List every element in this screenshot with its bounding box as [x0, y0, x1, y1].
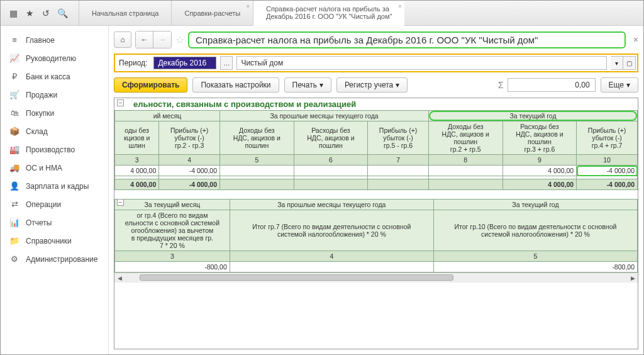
back-button[interactable]: ←: [136, 31, 153, 48]
sidebar-item-label: Отчеты: [26, 218, 52, 227]
cart-icon: 🛒: [9, 90, 19, 99]
section-title: ельности, связанным с производством и ре…: [114, 98, 638, 110]
apps-icon[interactable]: ▦: [8, 8, 18, 18]
tab-label: Справки-расчеты: [184, 9, 240, 17]
search-icon[interactable]: 🔍: [57, 8, 67, 18]
cell: [368, 166, 429, 176]
sidebar: ≡Главное 📈Руководителю ₽Банк и касса 🛒Пр…: [1, 26, 109, 354]
period-input[interactable]: Декабрь 2016: [153, 57, 216, 69]
home-button[interactable]: ⌂: [114, 31, 131, 48]
collapse-toggle[interactable]: −: [117, 99, 124, 106]
close-page-button[interactable]: ×: [633, 35, 638, 45]
tab-refs[interactable]: Справки-расчеты ×: [171, 1, 253, 25]
box-icon: 📦: [9, 127, 19, 136]
collapse-toggle[interactable]: −: [117, 199, 124, 206]
col-num: 10: [577, 155, 638, 166]
col-group-year: За текущий год: [433, 200, 637, 210]
register-button[interactable]: Регистр учета▾: [336, 77, 408, 93]
scroll-right-icon[interactable]: ▶: [628, 273, 638, 283]
col-header: оды без кцизов и шлин: [115, 121, 159, 155]
sidebar-item-refs[interactable]: 📁Справочники: [1, 232, 108, 250]
cell: 4 000,00: [502, 179, 577, 190]
cell: [294, 166, 368, 176]
close-icon[interactable]: ×: [247, 3, 250, 9]
col-header: Прибыль (+) убыток (-) гр.2 - гр.3: [159, 121, 220, 155]
cell: [230, 262, 433, 273]
col-group-year: За текущий год: [429, 111, 638, 121]
sidebar-item-manager[interactable]: 📈Руководителю: [1, 49, 108, 67]
sum-field[interactable]: 0,00: [508, 78, 596, 92]
top-toolbar: ▦ ★ ↺ 🔍 Начальная страница Справки-расче…: [1, 1, 643, 26]
org-dropdown-button[interactable]: ▾: [611, 56, 623, 70]
col-group-month: За текущий месяц: [115, 200, 230, 210]
sidebar-item-label: Покупки: [26, 109, 54, 118]
col-group-prev: За прошлые месяцы текущего года: [220, 111, 429, 121]
history-icon[interactable]: ↺: [41, 8, 51, 18]
chevron-down-icon: ▾: [396, 81, 399, 89]
ops-icon: ⇄: [9, 200, 19, 209]
sidebar-item-ops[interactable]: ⇄Операции: [1, 195, 108, 213]
more-button[interactable]: Еще▾: [601, 77, 638, 93]
money-icon: ₽: [9, 72, 19, 81]
sidebar-item-prod[interactable]: 🏭Производство: [1, 140, 108, 159]
sidebar-item-label: Операции: [26, 200, 61, 209]
col-header: Расходы без НДС, акцизов и пошлин гр.3 +…: [502, 121, 577, 155]
form-button[interactable]: Сформировать: [114, 77, 187, 93]
tab-current[interactable]: Справка-расчет налога на прибыль за Дека…: [253, 1, 404, 26]
sidebar-item-stock[interactable]: 📦Склад: [1, 122, 108, 140]
report-table-1: ий месяц За прошлые месяцы текущего года…: [114, 110, 638, 190]
sidebar-item-bank[interactable]: ₽Банк и касса: [1, 67, 108, 86]
menu-icon: ≡: [9, 35, 19, 45]
col-header: Доходы без НДС, акцизов и пошлин гр.2 + …: [429, 121, 503, 155]
col-num: 8: [429, 155, 503, 166]
tab-label-line2: Декабрь 2016 г. ООО "УК "Чистый дом": [266, 13, 392, 20]
period-row: Период: Декабрь 2016 … Чистый дом ▾ ▢: [114, 54, 638, 72]
settings-button[interactable]: Показать настройки: [192, 77, 279, 93]
content-area: ⌂ ← → ☆ Справка-расчет налога на прибыль…: [109, 26, 643, 354]
org-input[interactable]: Чистый дом: [236, 56, 607, 70]
chart-icon: 📈: [9, 54, 19, 63]
sidebar-item-admin[interactable]: ⚙Администрирование: [1, 250, 108, 268]
sidebar-item-label: Главное: [26, 36, 55, 45]
sidebar-item-reports[interactable]: 📊Отчеты: [1, 213, 108, 232]
sidebar-item-main[interactable]: ≡Главное: [1, 31, 108, 49]
cell: -4 000,00: [577, 179, 638, 190]
sigma-icon: Σ: [498, 80, 504, 90]
star-icon[interactable]: ★: [25, 8, 35, 18]
tab-home[interactable]: Начальная страница: [79, 1, 171, 25]
horizontal-scrollbar[interactable]: ◀ ▶: [114, 273, 638, 283]
sidebar-item-sales[interactable]: 🛒Продажи: [1, 86, 108, 104]
folder-icon: 📁: [9, 236, 19, 245]
scroll-left-icon[interactable]: ◀: [114, 273, 125, 283]
cell: [429, 166, 503, 176]
sidebar-item-label: Справочники: [26, 237, 72, 245]
table-row[interactable]: -800,00 -800,00: [115, 262, 638, 273]
sidebar-item-purch[interactable]: 🛍Покупки: [1, 104, 108, 122]
col-header: Прибыль (+) убыток (-) гр.5 - гр.6: [368, 121, 429, 155]
period-picker-button[interactable]: …: [220, 56, 233, 70]
tab-label: Начальная страница: [92, 9, 158, 17]
scroll-thumb[interactable]: [140, 274, 453, 281]
col-header: Доходы без НДС, акцизов и пошлин: [220, 121, 294, 155]
table-row[interactable]: 4 000,00 -4 000,00 4 000,00 -4 000,00: [115, 166, 638, 176]
org-open-button[interactable]: ▢: [623, 56, 636, 70]
col-header: Расходы без НДС, акцизов и пошлин: [294, 121, 368, 155]
sidebar-item-label: Банк и касса: [26, 72, 70, 81]
cell: -4 000,00: [159, 179, 220, 190]
report-area[interactable]: − ельности, связанным с производством и …: [114, 98, 638, 349]
report-icon: 📊: [9, 218, 19, 227]
print-button[interactable]: Печать▾: [284, 77, 331, 93]
sidebar-item-os[interactable]: 🚚ОС и НМА: [1, 159, 108, 177]
close-icon[interactable]: ×: [398, 3, 401, 9]
factory-icon: 🏭: [9, 145, 19, 154]
table-total-row[interactable]: 4 000,00 -4 000,00 4 000,00 -4 000,00: [115, 179, 638, 190]
col-header: Итог гр.7 (Всего по видам деятельности с…: [230, 210, 433, 251]
sidebar-item-label: Руководителю: [26, 54, 76, 63]
favorite-icon[interactable]: ☆: [175, 34, 184, 46]
sidebar-item-hr[interactable]: 👤Зарплата и кадры: [1, 177, 108, 195]
col-num: 5: [220, 155, 294, 166]
bag-icon: 🛍: [9, 108, 19, 118]
col-num: 4: [230, 251, 433, 262]
chevron-down-icon: ▾: [626, 81, 630, 89]
tab-label-line1: Справка-расчет налога на прибыль за: [266, 5, 392, 13]
